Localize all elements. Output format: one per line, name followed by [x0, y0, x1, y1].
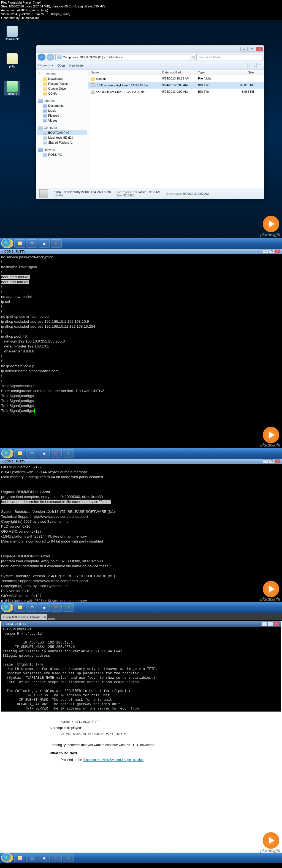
taskbar[interactable]: ◯ ▣ P ⬍ [0, 448, 282, 459]
play-button[interactable] [263, 581, 279, 597]
tree-recent[interactable]: Recent Places [37, 81, 87, 86]
taskbar-chrome-icon[interactable]: ◯ [26, 603, 37, 612]
new-folder-button[interactable]: New folder [69, 64, 84, 67]
drive-icon [43, 131, 47, 134]
start-button[interactable] [1, 603, 13, 612]
minimize-button[interactable]: — [241, 47, 248, 52]
putty-shortcut-icon[interactable]: putty [4, 53, 20, 68]
terminal-output[interactable]: no service password-encryption ! hostnam… [0, 254, 282, 414]
taskbar-chrome-icon[interactable]: ◯ [26, 449, 37, 458]
tree-mac-hd[interactable]: Macintosh HD (D:) [37, 135, 87, 140]
forward-button[interactable] [47, 54, 54, 61]
bin-file-icon [39, 189, 48, 198]
tree-documents[interactable]: Documents [37, 103, 87, 108]
file-row[interactable]: Configs 9/24/2013 10:53 AMFile folder [88, 75, 264, 82]
maximize-button[interactable]: ▢ [269, 250, 274, 253]
breadcrumb[interactable]: Computer▸ BOOTCAMP (C:)▸ TFTPfiles▸ [55, 54, 190, 60]
start-button[interactable] [1, 449, 13, 458]
taskbar-putty-icon[interactable]: ▣ [38, 239, 50, 248]
taskbar[interactable]: ◯ ▣ P [0, 238, 282, 249]
column-headers[interactable]: Name Date modified Type Size [88, 70, 264, 75]
preview-button[interactable] [249, 63, 255, 68]
tree-ccna[interactable]: CCNA [37, 91, 87, 96]
maximize-button[interactable]: ▢ [267, 622, 273, 626]
browser-tabs: Cisco 1800 Series Software✕ [0, 613, 282, 620]
taskbar-explorer-icon[interactable] [14, 854, 25, 862]
minimize-button[interactable]: — [261, 622, 267, 626]
libraries-header[interactable]: Libraries [37, 98, 87, 103]
titlebar[interactable]: — ▢ ✕ [36, 45, 264, 53]
tree-videos[interactable]: Videos [37, 118, 87, 123]
taskbar-tftpd-icon[interactable]: ⬍ [63, 449, 74, 458]
file-row[interactable]: c2950-i6k2l2q4-mz.121-22.EA14.bin 9/24/2… [88, 89, 264, 95]
close-button[interactable]: ✕ [274, 622, 279, 626]
taskbar-tftpd-icon[interactable]: ⬍ [63, 603, 74, 612]
taskbar-putty-icon[interactable]: ▣ [38, 603, 50, 612]
tree-ross-pc[interactable]: ROSS-PC [37, 152, 87, 157]
putty-titlebar[interactable]: ▫COM3 - PuTTY —▢✕ [0, 249, 282, 254]
taskbar-chrome-icon[interactable]: ◯ [26, 854, 37, 862]
play-button[interactable] [263, 216, 279, 232]
back-button[interactable] [38, 54, 46, 61]
taskbar-powerpoint-icon[interactable]: P [51, 603, 62, 612]
close-button[interactable]: ✕ [256, 47, 263, 52]
tree-shared[interactable]: Shared Folders (\\ [37, 140, 87, 145]
taskbar-explorer-icon[interactable] [14, 239, 25, 248]
maximize-button[interactable]: ▢ [269, 460, 274, 463]
watermark: pluralsight [260, 232, 280, 237]
tree-gdrive[interactable]: Google Drive [37, 86, 87, 91]
putty-titlebar[interactable]: ▫COM3 - PuTTY —▢✕ [1, 621, 281, 627]
organize-menu[interactable]: Organize ▾ [38, 64, 53, 67]
file-row[interactable]: c1841-advsecurityk9-mz.124-24.T5.bin 9/2… [88, 82, 264, 89]
favorites-header[interactable]: ★Favorites [37, 71, 87, 76]
taskbar[interactable]: ◯ ▣ P ⬍ [0, 852, 282, 863]
details-pane: c1841-advsecurityk9-mz.124-24.T5.binBIN … [36, 188, 264, 199]
browser-tab[interactable]: Cisco 1800 Series Software✕ [1, 614, 47, 620]
close-button[interactable]: ✕ [275, 250, 280, 253]
taskbar-putty-icon[interactable]: ▣ [38, 449, 50, 458]
computer-header[interactable]: Computer [37, 125, 87, 130]
start-button[interactable] [1, 853, 13, 863]
taskbar-chrome-icon[interactable]: ◯ [26, 239, 37, 248]
tree-music[interactable]: Music [37, 108, 87, 113]
taskbar-tftpd-icon[interactable]: ⬍ [63, 854, 74, 862]
open-button[interactable]: Open [58, 64, 65, 67]
new-tab-button[interactable] [48, 618, 55, 620]
taskbar-putty-icon[interactable]: ▣ [38, 854, 50, 862]
taskbar-powerpoint-icon[interactable]: P [51, 854, 62, 862]
tree-downloads[interactable]: Downloads [37, 76, 87, 81]
minimize-button[interactable]: — [263, 460, 268, 463]
taskbar-explorer-icon[interactable] [14, 603, 25, 612]
play-button[interactable] [263, 427, 279, 443]
close-button[interactable]: ✕ [275, 460, 280, 463]
command-text: Do you wish to continue? y/n: [n]: y [61, 732, 232, 737]
taskbar-powerpoint-icon[interactable]: P [51, 239, 62, 248]
minimize-button[interactable]: — [263, 250, 268, 253]
folder-icon [43, 92, 47, 95]
play-button[interactable] [263, 832, 279, 849]
terminal-output[interactable]: TFTP_VERBOSE=1 rommon 9 > tftpdnld IP_AD… [1, 627, 281, 711]
putty-titlebar[interactable]: ▫COM3 - PuTTY —▢✕ [0, 459, 282, 464]
taskbar-explorer-icon[interactable] [14, 449, 25, 458]
start-button[interactable] [1, 239, 13, 248]
recycle-bin-icon[interactable]: Recycle Bin [4, 26, 20, 40]
tree-bootcamp[interactable]: BOOTCAMP (C:) [37, 130, 87, 135]
taskbar-powerpoint-icon[interactable]: P [51, 449, 62, 458]
tree-pictures[interactable]: Pictures [37, 113, 87, 118]
file-list: Name Date modified Type Size Configs 9/2… [88, 70, 264, 188]
taskbar[interactable]: ◯ ▣ P ⬍ [0, 602, 282, 613]
maximize-button[interactable]: ▢ [248, 47, 255, 52]
toolbar: Organize ▾ Open New folder ? [36, 61, 264, 70]
refresh-icon[interactable]: ↻ [191, 55, 195, 59]
doc-text: Proceed to the "Loading the New System I… [61, 757, 232, 762]
address-bar: Computer▸ BOOTCAMP (C:)▸ TFTPfiles▸ ↻ Se… [36, 53, 264, 61]
search-input[interactable]: Search TFTPfiles [196, 54, 262, 60]
putty-icon: ▫ [2, 460, 3, 463]
doc-link[interactable]: "Loading the New System Image" section [83, 758, 143, 762]
view-button[interactable] [242, 63, 248, 68]
folder-icon [43, 87, 47, 91]
close-tab-icon[interactable]: ✕ [44, 615, 46, 618]
tftpd64-shortcut-icon[interactable]: Tftpd64 [4, 81, 20, 95]
help-button[interactable]: ? [256, 63, 262, 68]
network-header[interactable]: Network [37, 147, 87, 152]
